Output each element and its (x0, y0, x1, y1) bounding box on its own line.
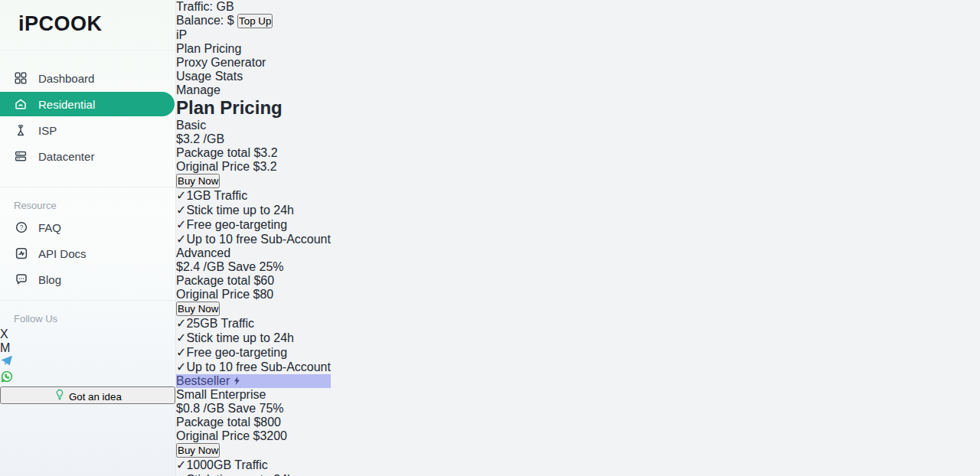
plan-name: Small Enterprise (176, 388, 331, 402)
check-icon: ✓ (176, 473, 186, 476)
x-button[interactable]: X (0, 328, 175, 341)
package-total: Package total $60 (176, 274, 331, 288)
got-an-idea-label: Got an idea (69, 391, 122, 403)
feature-list: ✓1GB Traffic ✓Stick time up to 24h ✓Free… (176, 188, 331, 246)
tab-proxy-generator[interactable]: Proxy Generator (176, 56, 331, 70)
bolt-icon (234, 374, 240, 387)
medium-icon: M (0, 341, 10, 354)
plan-card-small-enterprise: Bestseller Small Enterprise $0.8 /GB Sav… (176, 374, 331, 476)
buy-now-button[interactable]: Buy Now (176, 302, 220, 316)
feature-list: ✓1000GB Traffic ✓Stick time up to 24h ✓F… (176, 458, 331, 476)
main-area: Traffic: GB Balance: $ Top Up iP Plan Pr… (176, 0, 331, 476)
medium-button[interactable]: M (0, 341, 175, 355)
feature-item: ✓Up to 10 free Sub-Account (176, 360, 331, 374)
top-up-button[interactable]: Top Up (237, 14, 273, 28)
dashboard-icon (13, 70, 28, 86)
check-icon: ✓ (176, 360, 186, 373)
check-icon: ✓ (176, 317, 186, 330)
server-icon (13, 148, 28, 164)
feature-item: ✓Stick time up to 24h (176, 203, 331, 217)
check-icon: ✓ (176, 189, 186, 202)
traffic-unit: GB (216, 0, 234, 13)
x-icon: X (0, 328, 8, 341)
sidebar-item-datacenter[interactable]: Datacenter (0, 144, 175, 168)
sidebar: iPCOOK Dashboard Residential ISP Datacen… (0, 0, 176, 476)
feature-item: ✓1GB Traffic (176, 188, 331, 203)
tab-usage-stats[interactable]: Usage Stats (176, 70, 331, 83)
tab-plan-pricing[interactable]: Plan Pricing (176, 42, 331, 56)
check-icon: ✓ (176, 458, 186, 471)
lightbulb-icon (54, 391, 69, 403)
buy-now-button[interactable]: Buy Now (176, 174, 220, 188)
follow-section-title: Follow Us (0, 301, 175, 328)
original-price: Original Price $80 (176, 288, 331, 302)
sidebar-item-label: Datacenter (38, 150, 94, 163)
chat-bubble-icon (14, 272, 28, 287)
feature-item: ✓Free geo-targeting (176, 217, 331, 232)
plan-card-basic: Basic $3.2 /GB Package total $3.2 Origin… (176, 119, 331, 246)
original-price: Original Price $3.2 (176, 160, 331, 174)
topbar: Traffic: GB Balance: $ Top Up iP (176, 0, 331, 42)
feature-item: ✓1000GB Traffic (176, 458, 331, 472)
signal-tower-icon (13, 122, 28, 138)
sidebar-item-blog[interactable]: Blog (0, 266, 175, 292)
package-total: Package total $3.2 (176, 146, 331, 160)
plan-card-advanced: Advanced $2.4 /GB Save 25% Package total… (176, 246, 331, 374)
currency-symbol: $ (227, 14, 234, 27)
plan-pricing-panel: Plan Pricing Basic $3.2 /GB Package tota… (176, 97, 331, 476)
sidebar-item-api-docs[interactable]: API Docs (0, 240, 175, 266)
feature-item: ✓25GB Traffic (176, 316, 331, 331)
feature-item: ✓Stick time up to 24h (176, 331, 331, 345)
balance-label: Balance: (176, 14, 224, 27)
telegram-icon (0, 356, 13, 369)
sidebar-item-residential[interactable]: Residential (0, 92, 175, 116)
check-icon: ✓ (176, 346, 186, 359)
plan-price-unit: /GB (204, 132, 225, 145)
plan-price-unit: /GB (204, 260, 225, 273)
feature-list: ✓25GB Traffic ✓Stick time up to 24h ✓Fre… (176, 316, 331, 374)
pricing-cards: Basic $3.2 /GB Package total $3.2 Origin… (176, 119, 331, 476)
section-tabs: Plan Pricing Proxy Generator Usage Stats… (176, 42, 331, 97)
sidebar-item-label: FAQ (38, 221, 61, 234)
sidebar-item-dashboard[interactable]: Dashboard (0, 66, 175, 90)
telegram-button[interactable] (0, 355, 175, 370)
sidebar-item-label: API Docs (38, 247, 87, 260)
account-avatar[interactable]: iP (176, 28, 331, 42)
sidebar-item-label: Blog (38, 273, 61, 286)
social-links: X M (0, 328, 175, 386)
plan-name: Advanced (176, 246, 331, 260)
feature-item: ✓Free geo-targeting (176, 345, 331, 360)
save-percent: Save 25% (228, 260, 284, 273)
check-icon: ✓ (176, 218, 186, 231)
check-icon: ✓ (176, 331, 186, 344)
sidebar-item-label: Residential (38, 98, 95, 111)
buy-now-button[interactable]: Buy Now (176, 443, 220, 458)
bestseller-badge: Bestseller (176, 374, 331, 388)
whatsapp-icon (0, 373, 14, 386)
original-price: Original Price $3200 (176, 429, 331, 443)
plan-price: $2.4 (176, 260, 200, 273)
panel-title: Plan Pricing (176, 97, 331, 119)
check-icon: ✓ (176, 233, 186, 246)
save-percent: Save 75% (228, 402, 284, 415)
content: Plan Pricing Basic $3.2 /GB Package tota… (176, 97, 331, 476)
whatsapp-button[interactable] (0, 370, 175, 386)
got-an-idea-button[interactable]: Got an idea (0, 386, 175, 404)
package-total: Package total $800 (176, 416, 331, 429)
plan-price-unit: /GB (204, 402, 225, 415)
svg-text:?: ? (19, 224, 23, 231)
feature-item: ✓Up to 10 free Sub-Account (176, 232, 331, 246)
sidebar-item-faq[interactable]: ? FAQ (0, 214, 175, 240)
tab-manage[interactable]: Manage (176, 83, 331, 97)
home-icon (13, 96, 28, 112)
sidebar-item-isp[interactable]: ISP (0, 118, 175, 142)
balance-pill: Balance: $ Top Up (176, 14, 331, 28)
logo-area: iPCOOK (0, 0, 175, 51)
check-icon: ✓ (176, 204, 186, 217)
sidebar-item-label: Dashboard (38, 72, 94, 85)
primary-nav: Dashboard Residential ISP Datacenter (0, 51, 175, 179)
traffic-label: Traffic: (176, 0, 213, 13)
plan-price: $3.2 (176, 132, 200, 145)
resource-section-title: Resource (0, 187, 175, 214)
brand-logo: iPCOOK (18, 12, 175, 36)
